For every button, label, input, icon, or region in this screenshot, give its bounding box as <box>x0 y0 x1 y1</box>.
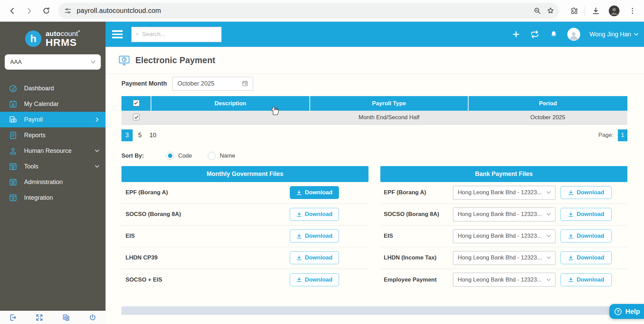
sidebar-item-administration[interactable]: Administration <box>0 174 106 190</box>
fullscreen-icon[interactable] <box>35 313 43 322</box>
gov-row-epf: EPF (Borang A) Download <box>121 182 368 204</box>
download-employee-payment-button[interactable]: Download <box>561 273 612 286</box>
download-bank-lhdn-button[interactable]: Download <box>561 251 612 264</box>
logout-icon[interactable] <box>9 313 17 322</box>
panel-title: Monthly Government Files <box>121 166 368 182</box>
payment-month-label: Payment Month <box>121 80 167 87</box>
bank-account-select[interactable]: Hong Leong Bank Bhd - 12323... <box>453 251 555 265</box>
svg-text:?: ? <box>617 309 620 314</box>
file-label: SOCSO (Borang 8A) <box>121 211 290 218</box>
gov-row-eis: EIS Download <box>121 226 368 247</box>
download-icon <box>296 212 302 217</box>
page-size-10[interactable]: 10 <box>147 129 158 141</box>
bank-account-select[interactable]: Hong Leong Bank Bhd - 12323... <box>453 229 555 243</box>
bank-account-select[interactable]: Hong Leong Bank Bhd - 12323... <box>453 208 555 221</box>
sidebar-item-label: Payroll <box>24 116 43 123</box>
download-icon <box>296 233 302 239</box>
browser-forward-button[interactable] <box>22 3 37 18</box>
panel-title: Bank Payment Files <box>380 166 627 182</box>
sort-option-code[interactable]: Code <box>166 152 192 160</box>
page-title: Electronic Payment <box>135 55 215 65</box>
bookmark-star-icon[interactable] <box>546 6 555 15</box>
table-row[interactable]: Month End/Second Half October 2025 <box>121 111 627 124</box>
sidebar-item-human-resource[interactable]: Human Resource <box>0 143 106 159</box>
tools-icon <box>8 162 18 171</box>
select-all-checkbox[interactable] <box>133 100 139 106</box>
app-logo: h autocount˚ HRMS <box>0 22 106 48</box>
downloads-button[interactable] <box>588 3 603 18</box>
browser-reload-button[interactable] <box>39 3 54 18</box>
browser-profile-avatar[interactable] <box>607 3 622 18</box>
download-bank-socso-button[interactable]: Download <box>561 208 612 221</box>
sidebar-item-payroll[interactable]: Payroll <box>0 112 106 127</box>
file-label: LHDN (Income Tax) <box>380 254 453 261</box>
download-socso-eis-button[interactable]: Download <box>290 273 339 286</box>
sidebar-footer <box>0 311 106 324</box>
sidebar-item-my-calendar[interactable]: My Calendar <box>0 96 106 112</box>
language-icon[interactable] <box>62 313 70 322</box>
browser-chrome: payroll.autocountcloud.com <box>0 0 644 22</box>
table-header-row: Description Payroll Type Period <box>121 96 627 111</box>
sidebar-item-label: Tools <box>24 163 38 170</box>
reports-icon <box>8 131 18 140</box>
row-checkbox[interactable] <box>133 114 139 120</box>
chevron-down-icon <box>634 33 639 36</box>
cell-description <box>151 111 310 124</box>
extensions-button[interactable] <box>566 3 581 18</box>
chevron-right-icon <box>95 112 99 127</box>
sidebar-item-integration[interactable]: Integration <box>0 190 106 205</box>
page-header: Electronic Payment <box>106 47 644 74</box>
bank-account-select[interactable]: Hong Leong Bank Bhd - 12323... <box>453 186 555 200</box>
search-input[interactable] <box>142 31 217 38</box>
sidebar-item-tools[interactable]: Tools <box>0 159 106 174</box>
chrome-action-cluster <box>566 3 640 18</box>
sidebar-item-label: Integration <box>24 194 53 201</box>
download-icon <box>568 190 574 196</box>
chevron-down-icon <box>547 278 551 281</box>
chevron-down-icon <box>95 143 99 159</box>
site-settings-icon[interactable] <box>64 7 72 15</box>
sync-icon[interactable] <box>529 30 540 39</box>
page-size-3[interactable]: 3 <box>121 129 133 141</box>
browser-menu-button[interactable] <box>625 3 640 18</box>
download-lhdn-button[interactable]: Download <box>290 251 339 264</box>
user-menu[interactable]: Wong Jing Han <box>589 31 639 38</box>
company-selector-value: AAA <box>10 59 22 66</box>
url-bar[interactable]: payroll.autocountcloud.com <box>58 3 559 19</box>
hamburger-menu-icon[interactable] <box>112 30 123 38</box>
sidebar-item-label: My Calendar <box>24 101 59 108</box>
page-number-button[interactable]: 1 <box>618 129 627 141</box>
bank-row-eis: EIS Hong Leong Bank Bhd - 12323... Downl… <box>380 226 627 247</box>
sidebar-item-reports[interactable]: Reports <box>0 127 106 143</box>
global-search[interactable] <box>131 27 222 42</box>
administration-icon <box>8 178 18 187</box>
help-button[interactable]: ? Help <box>609 304 644 319</box>
bank-account-select[interactable]: Hong Leong Bank Bhd - 12323... <box>453 273 555 287</box>
sort-option-name[interactable]: Name <box>208 152 235 160</box>
download-bank-epf-button[interactable]: Download <box>561 186 612 199</box>
file-label: EPF (Borang A) <box>380 189 453 196</box>
browser-back-button[interactable] <box>5 3 20 18</box>
payment-month-picker[interactable]: October 2025 <box>172 77 253 91</box>
sidebar: h autocount˚ HRMS AAA Dashboard My Calen… <box>0 22 106 324</box>
company-selector[interactable]: AAA <box>5 54 101 70</box>
download-epf-button[interactable]: Download <box>290 186 339 199</box>
file-label: EPF (Borang A) <box>121 189 290 196</box>
download-socso-button[interactable]: Download <box>290 208 339 221</box>
power-icon[interactable] <box>89 313 97 322</box>
download-icon <box>296 277 302 283</box>
download-eis-button[interactable]: Download <box>290 230 339 242</box>
page-size-5[interactable]: 5 <box>134 129 146 141</box>
notifications-bell-icon[interactable] <box>549 30 558 39</box>
sidebar-item-label: Human Resource <box>24 147 72 155</box>
user-avatar[interactable] <box>567 28 580 41</box>
file-label: SOCSO (Borang 8A) <box>380 211 453 218</box>
topbar: Wong Jing Han <box>106 22 644 47</box>
url-text[interactable]: payroll.autocountcloud.com <box>77 7 528 15</box>
bank-payment-files-panel: Bank Payment Files EPF (Borang A) Hong L… <box>380 166 627 291</box>
sort-option-label: Code <box>178 152 192 159</box>
download-bank-eis-button[interactable]: Download <box>561 230 612 242</box>
add-icon[interactable] <box>512 30 520 38</box>
sidebar-item-dashboard[interactable]: Dashboard <box>0 80 106 96</box>
zoom-out-icon[interactable] <box>533 6 542 15</box>
